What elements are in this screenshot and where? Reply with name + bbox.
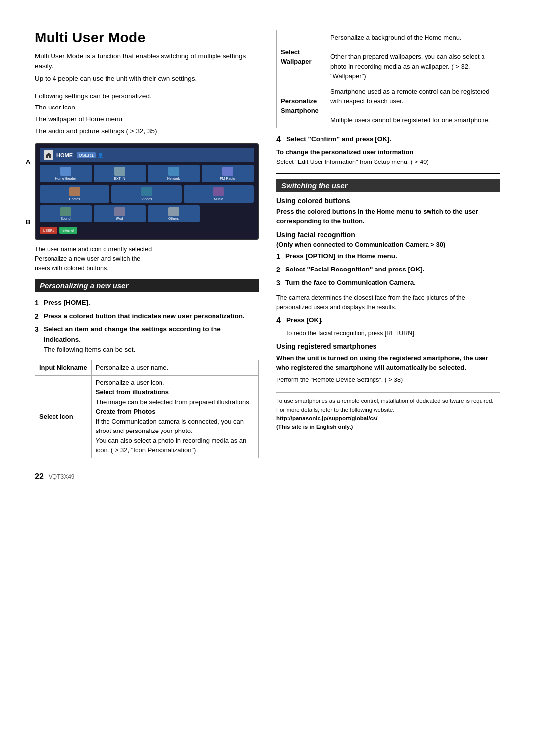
screen-item-music: Music [184,185,254,203]
step4-row: 4 Select "Confirm" and press [OK]. [276,135,500,144]
screen-icon-ipod [114,207,125,216]
facial-step4-num: 4 [276,316,286,325]
step-1-num: 1 [35,298,44,308]
screen-label-others: Others [168,217,179,220]
screen-grid-row3: Sound iPod Others [40,205,254,222]
screen-label-home-theater: Home theater [55,177,76,180]
step-2-text: Press a colored button that indicates ne… [44,311,259,322]
wallpaper-content: Personalize a background of the Home men… [326,30,500,84]
icon-label: Select Icon [35,375,92,458]
screen-item-sound: Sound [40,205,92,222]
page-number: 22 [35,472,44,481]
personalize-table: Input Nickname Personalize a user name. … [35,360,259,458]
step-1-row: 1 Press [HOME]. [35,298,259,308]
intro-text-2: Up to 4 people can use the unit with the… [35,74,259,84]
screen-item-others: Others [148,205,200,222]
screen-icon-photos [69,187,80,196]
change-info-text: Select "Edit User Information" from Setu… [276,158,500,167]
facial-step-1-row: 1 Press [OPTION] in the Home menu. [276,251,500,262]
label-b: B [26,218,30,226]
screen-header-title: HOME [56,152,73,158]
footer-note: To use smartphones as a remote control, … [276,392,500,431]
facial-step-3-num: 3 [276,278,285,288]
screen-label-sound: Sound [60,217,70,220]
footer-url: http://panasonic.jp/support/global/cs/ [276,414,500,423]
screen-item-videos: Videos [111,185,181,203]
screen-user-icon: 👤 [98,153,103,158]
screen-caption: The user name and icon currently selecte… [35,245,259,272]
screen-user-btn-2: Internet [59,227,77,234]
facial-steps-container: 1 Press [OPTION] in the Home menu. 2 Sel… [276,251,500,288]
screen-bottom-row: USER1 Internet [40,225,254,235]
screen-grid-row2: Photos Videos Music [40,185,254,203]
smartphone-label: PersonalizeSmartphone [277,84,326,128]
setting-3: The audio and picture settings ( > 32, 3… [35,126,259,137]
facial-step-1-num: 1 [276,251,285,262]
step-2-num: 2 [35,311,44,322]
step-3-text: Select an item and change the settings a… [44,325,221,343]
screen-label-photos: Photos [69,197,80,201]
screen-icon-music [213,187,224,196]
facial-note: (Only when connected to Communication Ca… [276,241,500,248]
footer-url-note-text: (This site is in English only.) [276,424,353,430]
screen-item-empty [202,205,254,222]
screen-icon-fmradio [222,167,233,176]
screen-item-photos: Photos [40,185,109,203]
colored-buttons-desc: Press the colored buttons in the Home me… [276,207,500,226]
facial-step-3-text: Turn the face to Communication Camera. [285,278,500,288]
divider [276,173,500,174]
step-3-content: Select an item and change the settings a… [44,324,259,355]
left-column: Multi User Mode Multi User Mode is a fun… [35,30,259,465]
screen-label-music: Music [214,197,223,201]
create-photos-label: Create from Photos [96,408,156,415]
footer-note1: To use smartphones as a remote control, … [276,397,500,414]
facial-step4-note: To redo the facial recognition, press [R… [285,329,500,338]
table-row-icon: Select Icon Personalize a user icon. Sel… [35,375,259,458]
intro-text-1: Multi User Mode is a function that enabl… [35,52,259,72]
screen-item-fmradio: FM Radio [202,165,254,182]
right-table: SelectWallpaper Personalize a background… [276,30,500,128]
facial-heading: Using facial recognition [276,231,500,239]
step-1-text: Press [HOME]. [44,298,259,308]
right-column: SelectWallpaper Personalize a background… [276,30,500,465]
screen-label-videos: Videos [141,197,152,201]
setting-2: The wallpaper of Home menu [35,114,259,125]
wallpaper-label: SelectWallpaper [277,30,326,84]
screen-icon-videos [141,187,152,196]
change-info-heading: To change the personalized user informat… [276,148,500,156]
screen-mockup-wrapper: A B HOME USER1 👤 [35,143,259,240]
home-icon [44,150,54,160]
facial-step4-text: Press [OK]. [286,316,500,324]
settings-intro: Following settings can be personalized. [35,91,259,102]
switching-section-heading: Switching the user [276,179,500,192]
intro-block: Multi User Mode is a function that enabl… [35,52,259,84]
screen-mockup: HOME USER1 👤 Home theater EXT IN [35,143,259,240]
nickname-content: Personalize a user name. [91,360,258,376]
step-3-sub: The following items can be set. [44,346,135,353]
facial-step4-row: 4 Press [OK]. [276,316,500,325]
select-illustrations-label: Select from illustrations [96,388,169,396]
nickname-label: Input Nickname [35,360,92,376]
facial-desc: The camera determines the closest face f… [276,293,500,312]
footer-url-text: http://panasonic.jp/support/global/cs/ [276,415,377,421]
screen-label-fmradio: FM Radio [220,177,235,180]
registered-smartphones-note: Perform the "Remote Device Settings". ( … [276,376,500,385]
screen-user-label: USER1 [77,152,96,158]
setting-1: The user icon [35,102,259,113]
facial-step-2-row: 2 Select "Facial Recognition" and press … [276,265,500,275]
screen-label-network: Network [167,177,180,180]
page-code: VQT3X49 [49,473,75,480]
screen-label-ipod: iPod [116,217,123,220]
page-title: Multi User Mode [35,30,259,46]
smartphone-content: Smartphone used as a remote control can … [326,84,500,128]
table-row-wallpaper: SelectWallpaper Personalize a background… [277,30,500,84]
screen-user-btn-1: USER1 [40,227,57,234]
settings-list: Following settings can be personalized. … [35,91,259,136]
facial-step-1-text: Press [OPTION] in the Home menu. [285,251,500,262]
facial-step-2-num: 2 [276,265,285,275]
step-3-row: 3 Select an item and change the settings… [35,324,259,355]
screen-item-ipod: iPod [94,205,146,222]
screen-item-home-theater: Home theater [40,165,92,182]
screen-icon-home-theater [60,167,71,176]
step4-num: 4 [276,135,286,144]
